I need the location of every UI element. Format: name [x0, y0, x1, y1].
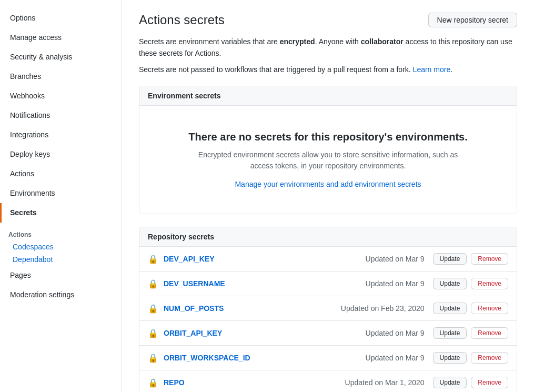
table-row: 🔒 NUM_OF_POSTS Updated on Feb 23, 2020 U… — [139, 296, 517, 321]
learn-more-link[interactable]: Learn more — [413, 65, 451, 74]
manage-environments-link[interactable]: Manage your environments and add environ… — [235, 180, 421, 188]
sidebar-item-webhooks[interactable]: Webhooks — [0, 86, 122, 106]
table-row: 🔒 DEV_API_KEY Updated on Mar 9 Update Re… — [139, 247, 517, 272]
secret-name[interactable]: ORBIT_API_KEY — [164, 329, 366, 337]
remove-button[interactable]: Remove — [471, 352, 508, 364]
table-row: 🔒 ORBIT_API_KEY Updated on Mar 9 Update … — [139, 321, 517, 346]
secret-updated-date: Updated on Mar 1, 2020 — [345, 378, 425, 387]
sidebar-item-manage-access[interactable]: Manage access — [0, 28, 122, 47]
sidebar-item-notifications[interactable]: Notifications — [0, 106, 122, 125]
secret-action-buttons: Update Remove — [433, 253, 508, 265]
remove-button[interactable]: Remove — [471, 253, 508, 265]
remove-button[interactable]: Remove — [471, 278, 508, 289]
secret-action-buttons: Update Remove — [433, 352, 508, 364]
sidebar-item-pages[interactable]: Pages — [0, 266, 122, 285]
secret-updated-date: Updated on Mar 9 — [366, 255, 425, 263]
sidebar-item-security-analysis[interactable]: Security & analysis — [0, 47, 122, 67]
update-button[interactable]: Update — [433, 327, 467, 339]
environment-secrets-header: Environment secrets — [139, 86, 517, 106]
sidebar-item-branches[interactable]: Branches — [0, 67, 122, 86]
secret-updated-date: Updated on Mar 9 — [366, 279, 425, 288]
actions-section-label: Actions — [0, 227, 122, 240]
page-header: Actions secrets New repository secret — [139, 13, 517, 27]
sidebar-link-codespaces[interactable]: Codespaces — [0, 240, 122, 253]
update-button[interactable]: Update — [433, 253, 467, 265]
secret-action-buttons: Update Remove — [433, 327, 508, 339]
environment-secrets-section: Environment secrets There are no secrets… — [139, 86, 517, 214]
description-fork-warning: Secrets are not passed to workflows that… — [139, 64, 517, 75]
update-button[interactable]: Update — [433, 377, 467, 388]
sidebar-item-options[interactable]: Options — [0, 8, 122, 28]
update-button[interactable]: Update — [433, 278, 467, 289]
secret-updated-date: Updated on Feb 23, 2020 — [341, 304, 425, 313]
sidebar-item-deploy-keys[interactable]: Deploy keys — [0, 145, 122, 164]
secrets-list: 🔒 DEV_API_KEY Updated on Mar 9 Update Re… — [139, 247, 517, 392]
table-row: 🔒 ORBIT_WORKSPACE_ID Updated on Mar 9 Up… — [139, 346, 517, 370]
main-content: Actions secrets New repository secret Se… — [122, 0, 534, 392]
table-row: 🔒 REPO Updated on Mar 1, 2020 Update Rem… — [139, 370, 517, 392]
secret-updated-date: Updated on Mar 9 — [366, 354, 425, 362]
repository-secrets-section: Repository secrets 🔒 DEV_API_KEY Updated… — [139, 227, 517, 392]
update-button[interactable]: Update — [433, 352, 467, 364]
secret-name[interactable]: NUM_OF_POSTS — [164, 304, 341, 313]
secret-updated-date: Updated on Mar 9 — [366, 329, 425, 337]
sidebar-item-integrations[interactable]: Integrations — [0, 125, 122, 145]
secret-name[interactable]: ORBIT_WORKSPACE_ID — [164, 354, 366, 362]
sidebar: Options Manage access Security & analysi… — [0, 0, 122, 392]
lock-icon: 🔒 — [148, 353, 158, 363]
secret-name[interactable]: DEV_USERNAME — [164, 279, 366, 288]
repository-secrets-header: Repository secrets — [139, 227, 517, 247]
secret-action-buttons: Update Remove — [433, 377, 508, 388]
secret-action-buttons: Update Remove — [433, 278, 508, 289]
lock-icon: 🔒 — [148, 378, 158, 388]
sidebar-item-moderation-settings[interactable]: Moderation settings — [0, 285, 122, 305]
environment-secrets-empty-state: There are no secrets for this repository… — [139, 106, 517, 214]
secret-name[interactable]: REPO — [164, 378, 345, 387]
sidebar-item-environments[interactable]: Environments — [0, 184, 122, 203]
table-row: 🔒 DEV_USERNAME Updated on Mar 9 Update R… — [139, 272, 517, 296]
empty-state-title: There are no secrets for this repository… — [152, 131, 504, 143]
lock-icon: 🔒 — [148, 279, 158, 289]
lock-icon: 🔒 — [148, 304, 158, 314]
new-repository-secret-button[interactable]: New repository secret — [428, 13, 517, 27]
sidebar-item-secrets[interactable]: Secrets — [0, 203, 122, 223]
description-encrypted: Secrets are environment variables that a… — [139, 36, 517, 59]
empty-state-desc: Encrypted environment secrets allow you … — [192, 149, 465, 172]
lock-icon: 🔒 — [148, 328, 158, 338]
sidebar-link-dependabot[interactable]: Dependabot — [0, 253, 122, 266]
secret-action-buttons: Update Remove — [433, 303, 508, 314]
remove-button[interactable]: Remove — [471, 327, 508, 339]
remove-button[interactable]: Remove — [471, 303, 508, 314]
page-title: Actions secrets — [139, 13, 225, 27]
remove-button[interactable]: Remove — [471, 377, 508, 388]
update-button[interactable]: Update — [433, 303, 467, 314]
lock-icon: 🔒 — [148, 254, 158, 264]
sidebar-item-actions[interactable]: Actions — [0, 164, 122, 184]
secret-name[interactable]: DEV_API_KEY — [164, 255, 366, 263]
